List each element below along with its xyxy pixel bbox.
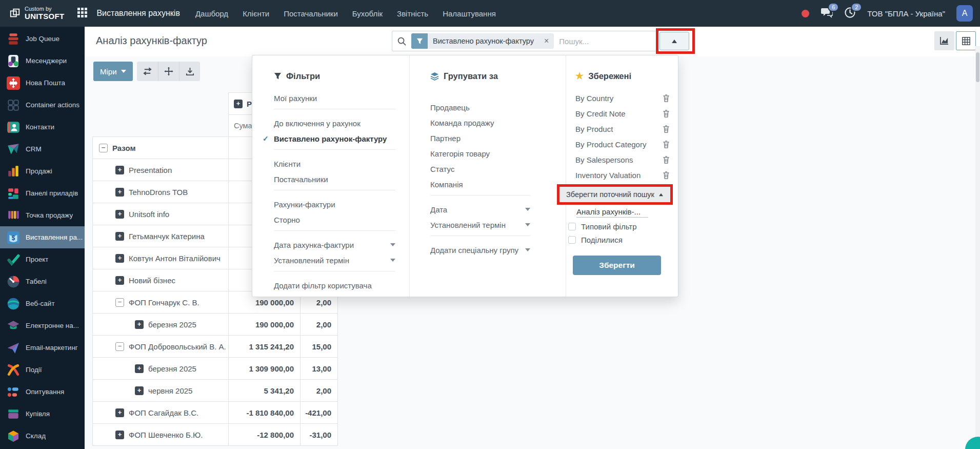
expand-row-icon[interactable]	[135, 320, 144, 329]
messages-button[interactable]: 6	[821, 7, 833, 20]
pivot-count-cell[interactable]: 15,00	[301, 336, 338, 358]
trash-icon[interactable]	[663, 156, 670, 164]
filter-menu-item[interactable]: Дата рахунка-фактури	[274, 237, 395, 252]
groupby-menu-item[interactable]: Партнер	[430, 130, 530, 146]
filter-menu-item[interactable]	[274, 190, 395, 197]
facet-remove-icon[interactable]: ×	[539, 33, 554, 49]
pivot-count-cell[interactable]: -421,00	[301, 402, 338, 424]
download-xlsx-button[interactable]	[179, 62, 200, 81]
groupby-menu-item[interactable]: Команда продажу	[430, 115, 530, 130]
pivot-row-label-cell[interactable]: червня 2025	[93, 380, 229, 402]
sidebar-item-job-queue[interactable]: Job Queue	[0, 28, 85, 50]
search-options-toggle-button[interactable]	[659, 32, 689, 50]
groupby-menu-item[interactable]: Компанія	[430, 177, 530, 192]
groupby-menu-item[interactable]: Статус	[430, 161, 530, 177]
sidebar-item-inventory[interactable]: Склад	[0, 425, 85, 447]
search-input[interactable]: Пошук...	[559, 37, 589, 46]
top-menu-item[interactable]: Клієнти	[243, 9, 269, 18]
filter-menu-item[interactable]: Постачальники	[274, 171, 395, 187]
shared-checkbox[interactable]	[568, 236, 576, 244]
filter-menu-item[interactable]: Мої рахунки	[274, 90, 395, 106]
trash-icon[interactable]	[663, 110, 670, 118]
pivot-row-label-cell[interactable]: Новий бізнес	[93, 269, 229, 291]
pivot-amount-cell[interactable]: -1 810 840,00	[229, 402, 301, 424]
filter-menu-item[interactable]: Установлений термін	[274, 252, 395, 268]
pivot-count-cell[interactable]: 13,00	[301, 358, 338, 380]
default-filter-option[interactable]: Типовий фільтр	[568, 222, 673, 231]
groupby-menu-item[interactable]: Категорія товару	[430, 146, 530, 161]
pivot-amount-cell[interactable]: 190 000,00	[229, 314, 301, 336]
pivot-amount-cell[interactable]: 5 341,20	[229, 380, 301, 402]
groupby-menu-item[interactable]: Додати спеціальну групу	[430, 242, 530, 258]
flip-axis-button[interactable]	[137, 62, 158, 81]
sidebar-item-elearning[interactable]: Електронне на...	[0, 315, 85, 337]
expand-row-icon[interactable]	[135, 386, 144, 395]
expand-row-icon[interactable]	[115, 188, 124, 197]
saved-search-item[interactable]: By Salespersons	[575, 152, 670, 167]
pivot-count-cell[interactable]: 2,00	[301, 314, 338, 336]
top-menu-item[interactable]: Бухоблік	[352, 9, 383, 18]
saved-search-item[interactable]: Inventory Valuation	[575, 167, 670, 183]
filter-menu-item[interactable]	[274, 271, 395, 278]
top-menu-item[interactable]: Дашборд	[195, 9, 228, 18]
top-menu-item[interactable]: Постачальники	[284, 9, 338, 18]
pivot-row-label-cell[interactable]: Гетьманчук Катерина	[93, 225, 229, 247]
filter-menu-item[interactable]: Клієнти	[274, 156, 395, 171]
saved-search-item[interactable]: By Product Category	[575, 136, 670, 152]
trash-icon[interactable]	[663, 141, 670, 148]
expand-row-icon[interactable]	[99, 144, 108, 152]
sidebar-item-website[interactable]: Веб-сайт	[0, 292, 85, 315]
sidebar-item-point-of-sale[interactable]: Точка продажу	[0, 204, 85, 226]
search-bar[interactable]: Виставлено рахунок-фактуру × Пошук...	[392, 31, 658, 51]
measures-button[interactable]: Міри	[93, 62, 133, 81]
pivot-amount-cell[interactable]: 1 309 900,00	[229, 358, 301, 380]
saved-search-item[interactable]: By Product	[575, 121, 670, 136]
filter-menu-item[interactable]	[274, 230, 395, 237]
saved-search-item[interactable]: By Country	[575, 90, 670, 106]
livechat-bubble[interactable]	[965, 437, 980, 449]
trash-icon[interactable]	[663, 125, 670, 133]
groupby-menu-item[interactable]: Дата	[430, 202, 530, 217]
top-menu-item[interactable]: Налаштування	[443, 9, 496, 18]
sidebar-item-purchase[interactable]: Купівля	[0, 403, 85, 425]
groupby-menu-item[interactable]: Установлений термін	[430, 217, 530, 232]
expand-row-icon[interactable]	[115, 342, 124, 351]
activities-button[interactable]: 2	[844, 7, 856, 21]
pivot-row-label-cell[interactable]: березня 2025	[93, 358, 229, 380]
sidebar-item-contacts[interactable]: Контакти	[0, 116, 85, 138]
save-current-search-button[interactable]: Зберегти поточний пошук	[566, 190, 654, 199]
expand-row-icon[interactable]	[115, 431, 124, 439]
sidebar-item-sales[interactable]: Продажі	[0, 160, 85, 182]
sidebar-item-crm[interactable]: CRM	[0, 138, 85, 160]
default-filter-checkbox[interactable]	[568, 223, 576, 230]
filter-menu-item[interactable]	[274, 149, 395, 156]
sidebar-item-events[interactable]: Події	[0, 359, 85, 381]
pivot-row-label-cell[interactable]: Разом	[93, 137, 229, 159]
pivot-row-label-cell[interactable]: ФОП Гончарук С. В.	[93, 291, 229, 314]
sidebar-item-timesheets[interactable]: Табелі	[0, 270, 85, 292]
pivot-row-label-cell[interactable]: ФОП Добровольський В. А.	[93, 336, 229, 358]
expand-row-icon[interactable]	[115, 210, 124, 219]
expand-row-icon[interactable]	[115, 232, 124, 241]
pivot-row-label-cell[interactable]: березня 2025	[93, 314, 229, 336]
unitsoft-logo[interactable]: Custom by UNITSOFT	[0, 6, 72, 20]
save-button[interactable]: Зберегти	[573, 256, 661, 275]
groupby-menu-item[interactable]: Продавець	[430, 100, 530, 115]
sidebar-item-surveys[interactable]: Опитування	[0, 381, 85, 403]
filter-menu-item[interactable]: Сторно	[274, 212, 395, 227]
expand-column-icon[interactable]	[234, 100, 243, 108]
filter-menu-item[interactable]: Додати фільтр користувача	[274, 278, 395, 293]
saved-search-name-input[interactable]	[576, 206, 648, 218]
sidebar-item-container-actions[interactable]: Container actions	[0, 94, 85, 116]
user-avatar[interactable]: A	[956, 5, 973, 22]
graph-view-button[interactable]	[934, 31, 954, 50]
sidebar-item-dashboards[interactable]: Панелі приладів	[0, 182, 85, 204]
pivot-amount-cell[interactable]: 1 315 241,20	[229, 336, 301, 358]
pivot-row-label-cell[interactable]: Unitsoft info	[93, 203, 229, 225]
filter-menu-item[interactable]: Виставлено рахунок-фактуру	[274, 131, 395, 146]
expand-all-button[interactable]	[158, 62, 179, 81]
trash-icon[interactable]	[663, 94, 670, 102]
expand-row-icon[interactable]	[115, 166, 124, 174]
filter-menu-item[interactable]: Рахунки-фактури	[274, 197, 395, 212]
filter-menu-item[interactable]: До включення у рахунок	[274, 115, 395, 131]
